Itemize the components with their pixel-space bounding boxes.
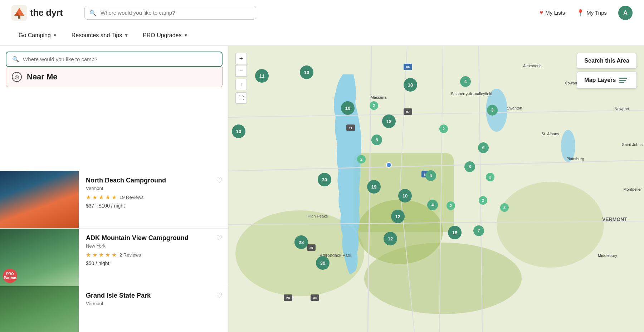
my-trips-link[interactable]: 📍 My Trips — [576, 9, 607, 17]
search-bar-top: 🔍 — [84, 6, 256, 20]
pro-badge: PROPartner — [3, 269, 17, 283]
map-cluster[interactable]: 10 — [232, 125, 245, 138]
my-trips-label: My Trips — [586, 10, 607, 16]
star-icon: ★ — [92, 194, 97, 201]
listing-location: Vermont — [86, 301, 221, 306]
map-cluster[interactable]: 12 — [391, 210, 405, 223]
avatar[interactable]: A — [618, 6, 633, 20]
map-cluster[interactable]: 2 — [370, 101, 378, 110]
stars-row: ★ ★ ★ ★ ★ 19 Reviews — [86, 194, 221, 201]
chevron-down-icon: ▼ — [53, 33, 57, 38]
map-cluster[interactable]: 2 — [500, 203, 509, 212]
listing-image — [0, 286, 79, 332]
listing-card[interactable]: ♡ Grand Isle State Park Vermont — [0, 286, 228, 332]
search-icon-overlay: 🔍 — [12, 56, 19, 63]
svg-text:Montpelier: Montpelier — [623, 187, 642, 191]
listing-info: ♡ ADK Mountain View Campground New York … — [79, 229, 228, 286]
svg-text:High Peaks: High Peaks — [308, 214, 328, 218]
logo[interactable]: the dyrt — [11, 5, 76, 21]
svg-text:30: 30 — [309, 246, 313, 250]
listing-info: ♡ North Beach Campground Vermont ★ ★ ★ ★… — [79, 171, 228, 228]
listings-container: ♡ North Beach Campground Vermont ★ ★ ★ ★… — [0, 46, 228, 332]
map-cluster[interactable]: 2 — [479, 196, 487, 205]
left-panel: 🔍 ◎ Near Me ♡ North Beach Campground Ver… — [0, 46, 228, 332]
go-camping-label: Go Camping — [19, 32, 51, 39]
go-camping-nav[interactable]: Go Camping ▼ — [11, 25, 64, 45]
map-cluster[interactable]: 3 — [487, 105, 498, 116]
chevron-down-icon: ▼ — [124, 33, 128, 38]
map-cluster[interactable]: 19 — [367, 180, 381, 194]
favorite-button[interactable]: ♡ — [216, 176, 223, 185]
svg-text:11: 11 — [349, 126, 352, 130]
map-cluster[interactable]: 30 — [318, 173, 331, 186]
listing-card[interactable]: PROPartner ♡ ADK Mountain View Campgroun… — [0, 229, 228, 286]
star-icon: ★ — [99, 194, 104, 201]
star-icon: ★ — [105, 194, 110, 201]
map-cluster[interactable]: 10 — [398, 189, 412, 202]
zoom-out-button[interactable]: − — [235, 65, 247, 77]
listing-name: North Beach Campground — [86, 177, 221, 184]
header-top: the dyrt 🔍 ♥ My Lists 📍 My Trips A — [0, 0, 644, 25]
compass-icon: ◎ — [12, 72, 22, 82]
pro-upgrades-nav[interactable]: PRO Upgrades ▼ — [136, 25, 195, 45]
search-input-top[interactable] — [84, 6, 256, 20]
map-cluster[interactable]: 12 — [384, 232, 397, 245]
map-cluster[interactable]: 18 — [448, 226, 462, 239]
svg-text:VERMONT: VERMONT — [602, 216, 627, 222]
map-cluster[interactable]: 6 — [478, 142, 489, 153]
listing-name: Grand Isle State Park — [86, 292, 221, 299]
svg-text:28: 28 — [286, 296, 290, 300]
favorite-button[interactable]: ♡ — [216, 291, 223, 300]
map-cluster[interactable]: 2 — [357, 155, 366, 163]
map-cluster[interactable]: 30 — [316, 256, 330, 270]
review-count: 19 Reviews — [119, 195, 143, 200]
map-area[interactable]: 89 89 11 30 30 87 28 Massena Salaberry-d… — [228, 46, 644, 332]
resources-tips-nav[interactable]: Resources and Tips ▼ — [64, 25, 136, 45]
my-lists-link[interactable]: ♥ My Lists — [540, 9, 565, 16]
svg-text:St. Albans: St. Albans — [541, 132, 559, 136]
near-me-text: Near Me — [27, 72, 58, 82]
star-icon: ★ — [99, 252, 104, 258]
favorite-button[interactable]: ♡ — [216, 234, 223, 242]
near-me-row[interactable]: ◎ Near Me — [6, 67, 223, 87]
svg-text:Plattsburg: Plattsburg — [566, 157, 584, 161]
listing-card[interactable]: ♡ North Beach Campground Vermont ★ ★ ★ ★… — [0, 171, 228, 229]
map-cluster[interactable]: 2 — [486, 173, 494, 181]
map-cluster[interactable]: 7 — [473, 225, 484, 236]
map-cluster[interactable]: 10 — [300, 65, 313, 79]
search-area-button[interactable]: Search this Area — [577, 53, 637, 69]
stars-row: ★ ★ ★ ★ ★ 2 Reviews — [86, 252, 221, 258]
map-cluster[interactable]: 4 — [425, 170, 436, 181]
map-cluster[interactable]: 2 — [447, 201, 455, 210]
search-icon: 🔍 — [89, 9, 97, 16]
map-cluster[interactable]: 5 — [371, 135, 382, 145]
reset-bearing-button[interactable]: ↑ — [235, 79, 247, 90]
map-cluster[interactable]: 4 — [427, 200, 438, 210]
price-text: $37 - $100 / night — [86, 203, 221, 209]
heart-icon: ♥ — [540, 9, 543, 16]
listing-image — [0, 171, 79, 228]
search-input-overlay[interactable] — [23, 56, 216, 62]
fullscreen-button[interactable]: ⛶ — [235, 92, 247, 104]
svg-text:Alexandria: Alexandria — [523, 64, 542, 68]
header-nav: ♥ My Lists 📍 My Trips A — [540, 6, 633, 20]
map-cluster[interactable]: 10 — [341, 101, 355, 115]
layers-icon — [619, 76, 627, 84]
map-cluster[interactable]: 8 — [464, 161, 475, 172]
svg-text:30: 30 — [313, 296, 317, 300]
map-cluster[interactable]: 2 — [439, 125, 448, 133]
search-overlay-box: 🔍 — [6, 52, 223, 67]
main-content: 🔍 ◎ Near Me ♡ North Beach Campground Ver… — [0, 46, 644, 332]
zoom-in-button[interactable]: + — [235, 53, 247, 64]
map-cluster[interactable]: 11 — [255, 69, 269, 83]
svg-text:Saint Johnsbury: Saint Johnsbury — [622, 142, 644, 147]
logo-text: the dyrt — [30, 7, 63, 18]
map-cluster[interactable]: 28 — [294, 235, 308, 249]
map-cluster[interactable]: 18 — [404, 78, 417, 92]
map-layers-label: Map Layers — [584, 77, 616, 83]
map-cluster[interactable]: 18 — [382, 114, 396, 128]
star-icon: ★ — [105, 252, 110, 258]
map-cluster[interactable]: 4 — [460, 76, 471, 87]
nav-row: Go Camping ▼ Resources and Tips ▼ PRO Up… — [0, 25, 644, 45]
map-layers-button[interactable]: Map Layers — [577, 72, 637, 89]
